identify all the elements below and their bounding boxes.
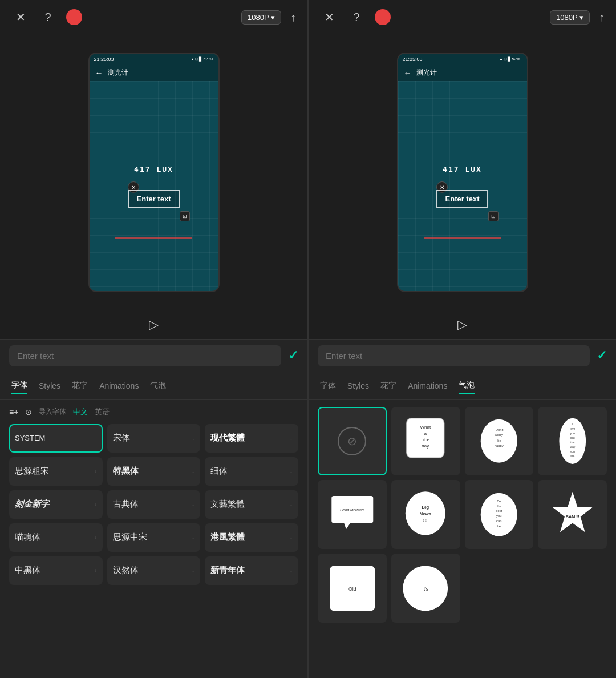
font-cell-xiti[interactable]: 细体 ↓ xyxy=(205,457,298,486)
dl-icon-siyuanzhong: ↓ xyxy=(192,534,194,540)
font-cell-siyuan[interactable]: 思源粗宋 ↓ xyxy=(9,457,103,486)
confirm-button-right[interactable]: ✓ xyxy=(597,348,607,363)
font-cell-gangfeng[interactable]: 港風繁體 ↓ xyxy=(205,523,298,552)
resize-handle-right[interactable]: ⊡ xyxy=(488,211,499,221)
dl-icon-gudian: ↓ xyxy=(192,501,194,507)
svg-text:i: i xyxy=(572,422,573,426)
filter-english[interactable]: 英语 xyxy=(95,407,110,417)
bubble-svg-5: Big News !!! xyxy=(400,490,451,540)
font-cell-gudian[interactable]: 古典体 ↓ xyxy=(107,490,201,519)
tab-huazi-left[interactable]: 花字 xyxy=(72,378,88,393)
close-button[interactable]: ✕ xyxy=(11,8,30,26)
svg-text:can: can xyxy=(496,519,501,523)
font-cell-xinqing[interactable]: 新青年体 ↓ xyxy=(205,556,298,585)
list-icon[interactable]: ≡+ xyxy=(9,407,18,417)
font-panel-left: ≡+ ⊙ 导入字体 中文 英语 SYSTEM 宋体 ↓ 现代繁體 ↓ xyxy=(0,400,307,679)
bubble-dont-worry[interactable]: ·Don't worry ·be happy xyxy=(465,407,534,476)
import-font-label[interactable]: 导入字体 xyxy=(39,407,66,417)
resolution-button-right[interactable]: 1080P ▾ xyxy=(550,10,590,25)
svg-text:·Don't: ·Don't xyxy=(495,428,503,431)
phone-content-right: 417 LUX ✕ Enter text ⊡ xyxy=(398,81,527,291)
tab-animations-left[interactable]: Animations xyxy=(99,379,139,393)
svg-text:BAM!!!: BAM!!! xyxy=(566,514,579,519)
font-name-siyuanzhong: 思源中宋 xyxy=(113,532,147,543)
record-button[interactable] xyxy=(66,9,82,25)
close-button-right[interactable]: ✕ xyxy=(320,8,338,26)
upload-button-right[interactable]: ↑ xyxy=(599,11,605,24)
filter-chinese[interactable]: 中文 xyxy=(73,407,88,417)
tab-bubble-right[interactable]: 气泡 xyxy=(459,378,475,394)
tab-font-right[interactable]: 字体 xyxy=(320,378,336,393)
help-button[interactable]: ? xyxy=(39,8,57,26)
confirm-button-left[interactable]: ✓ xyxy=(288,348,298,363)
resolution-button[interactable]: 1080P ▾ xyxy=(241,10,281,25)
svg-text:are: are xyxy=(570,454,575,458)
timer-icon[interactable]: ⊙ xyxy=(25,407,32,417)
red-line-right xyxy=(424,237,501,239)
font-cell-tehei[interactable]: 特黑体 ↓ xyxy=(107,457,201,486)
bubble-old[interactable]: Old xyxy=(318,554,387,623)
bubble-bam[interactable]: BAM!!! xyxy=(538,480,607,549)
resize-handle-left[interactable]: ⊡ xyxy=(180,211,190,221)
dl-icon-wenyi: ↓ xyxy=(290,501,293,507)
text-box-left[interactable]: Enter text xyxy=(128,190,180,208)
nav-back-left[interactable]: ← xyxy=(95,68,103,78)
tab-font-left[interactable]: 字体 xyxy=(11,378,27,394)
bubble-svg-6: Be the best you can be xyxy=(474,490,524,540)
text-input-right[interactable] xyxy=(318,345,590,366)
font-cell-miaohun[interactable]: 喵魂体 ↓ xyxy=(9,523,103,552)
font-name-tehei: 特黑体 xyxy=(113,466,139,477)
bubble-svg-4: Good Morning. xyxy=(327,490,378,540)
font-cell-siyuanzhong[interactable]: 思源中宋 ↓ xyxy=(107,523,201,552)
text-input-left[interactable] xyxy=(9,345,281,366)
text-box-right[interactable]: Enter text xyxy=(436,190,489,208)
bubble-what-a-nice-day[interactable]: What a nice day xyxy=(391,407,460,476)
play-button-right[interactable]: ▷ xyxy=(457,317,467,332)
phone-frame-right: 21:25:03 ● ⊡ ▊ 52%+ ← 测光计 417 LUX ✕ Ente… xyxy=(397,53,528,292)
font-cell-kejin[interactable]: 刻金新字 ↓ xyxy=(9,490,103,519)
phone-status-bar-left: 21:25:03 ● ⊡ ▊ 52%+ xyxy=(90,54,218,65)
bubble-its[interactable]: It's xyxy=(391,554,460,623)
record-button-right[interactable] xyxy=(375,9,391,25)
bubble-good-morning[interactable]: Good Morning. xyxy=(318,480,387,549)
font-cell-songti[interactable]: 宋体 ↓ xyxy=(107,424,201,453)
dl-icon-xiti: ↓ xyxy=(290,468,293,474)
phone-status-bar-right: 21:25:03 ● ⊡ ▊ 52%+ xyxy=(398,54,527,65)
bubble-be-best[interactable]: Be the best you can be xyxy=(465,480,534,549)
help-button-right[interactable]: ? xyxy=(347,8,366,26)
phone-nav-bar-right: ← 测光计 xyxy=(398,65,527,81)
tab-animations-right[interactable]: Animations xyxy=(408,379,447,393)
play-button-left[interactable]: ▷ xyxy=(149,317,159,332)
right-tab-bar: 字体 Styles 花字 Animations 气泡 xyxy=(309,372,616,400)
upload-button[interactable]: ↑ xyxy=(290,11,296,24)
right-text-input-area: ✓ xyxy=(309,339,616,372)
font-cell-wenyi[interactable]: 文藝繁體 ↓ xyxy=(205,490,298,519)
font-name-xinqing: 新青年体 xyxy=(210,565,245,576)
tab-huazi-right[interactable]: 花字 xyxy=(380,378,396,393)
font-name-system: SYSTEM xyxy=(15,434,45,442)
dl-icon-zhonghei: ↓ xyxy=(94,567,97,574)
svg-text:It's: It's xyxy=(423,586,429,592)
svg-text:!!!: !!! xyxy=(423,518,428,523)
dl-icon-gangfeng: ↓ xyxy=(290,534,293,540)
tab-bubble-left[interactable]: 气泡 xyxy=(150,378,166,393)
font-cell-zhonghei[interactable]: 中黑体 ↓ xyxy=(9,556,103,585)
bubble-none[interactable]: ⊘ xyxy=(318,407,387,476)
font-cell-xiandai[interactable]: 现代繁體 ↓ xyxy=(205,424,298,453)
nav-back-right[interactable]: ← xyxy=(404,68,412,78)
svg-text:nice: nice xyxy=(422,437,430,442)
bubble-love-you[interactable]: i love you just the way you are xyxy=(538,407,607,476)
font-cell-hanran[interactable]: 汉然体 ↓ xyxy=(107,556,201,585)
svg-text:What: What xyxy=(420,425,431,430)
tab-styles-right[interactable]: Styles xyxy=(347,379,369,393)
svg-text:the: the xyxy=(497,504,501,507)
svg-text:love: love xyxy=(570,427,576,430)
bubble-svg-1: What a nice day xyxy=(400,416,451,466)
svg-text:a: a xyxy=(424,431,427,436)
font-grid: SYSTEM 宋体 ↓ 现代繁體 ↓ 思源粗宋 ↓ 特黑体 ↓ xyxy=(9,424,298,585)
svg-text:best: best xyxy=(496,509,502,512)
tab-styles-left[interactable]: Styles xyxy=(39,379,60,393)
status-time-right: 21:25:03 xyxy=(403,56,423,62)
font-cell-system[interactable]: SYSTEM xyxy=(9,424,103,453)
bubble-big-news[interactable]: Big News !!! xyxy=(391,480,460,549)
